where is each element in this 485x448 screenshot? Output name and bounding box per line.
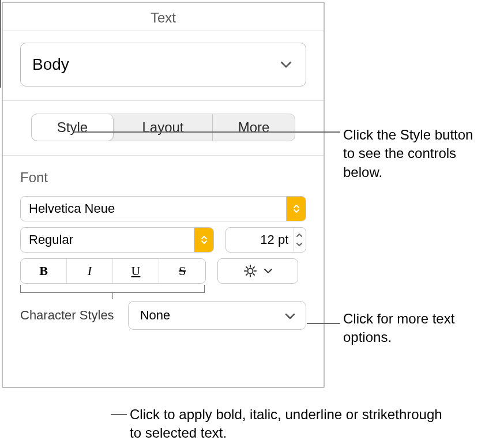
advanced-options-button[interactable] <box>217 258 298 284</box>
font-size-input[interactable] <box>226 232 293 247</box>
gear-icon <box>243 263 258 278</box>
underline-button[interactable]: U <box>113 259 159 283</box>
callout-gear: Click for more text options. <box>343 310 476 347</box>
updown-icon <box>286 197 306 221</box>
paragraph-style-popup[interactable]: Body <box>20 43 306 86</box>
bius-bracket <box>20 285 205 293</box>
font-family-popup[interactable]: Helvetica Neue <box>20 196 306 221</box>
font-family-label: Helvetica Neue <box>21 201 286 216</box>
font-section: Font Helvetica Neue Regular <box>3 156 324 330</box>
callout-leader <box>0 0 1 20</box>
font-weight-label: Regular <box>21 232 194 247</box>
chevron-down-icon <box>285 308 295 323</box>
bold-button[interactable]: B <box>21 259 67 283</box>
font-size-step-up[interactable] <box>294 231 304 239</box>
callout-leader <box>307 323 340 324</box>
tab-style[interactable]: Style <box>32 114 114 141</box>
tabs-row: Style Layout More <box>3 101 324 156</box>
paragraph-style-label: Body <box>32 55 69 74</box>
font-weight-popup[interactable]: Regular <box>20 227 214 253</box>
callout-leader <box>74 131 340 133</box>
font-size-step-down[interactable] <box>294 240 304 249</box>
font-section-label: Font <box>20 170 306 186</box>
callout-bius: Click to apply bold, italic, underline o… <box>130 405 453 443</box>
callout-leader <box>111 414 127 415</box>
strikethrough-button[interactable]: S <box>159 259 205 283</box>
callout-leader <box>0 20 1 88</box>
text-inspector-panel: Text Body Style Layout More Font Helveti… <box>2 2 325 388</box>
paragraph-style-row: Body <box>3 31 324 101</box>
italic-button[interactable]: I <box>67 259 113 283</box>
tab-layout[interactable]: Layout <box>114 114 213 141</box>
character-style-popup[interactable]: None <box>128 301 306 330</box>
chevron-down-icon <box>264 268 273 274</box>
character-styles-row: Character Styles None <box>20 301 306 330</box>
updown-icon <box>194 228 213 252</box>
callout-style-tab: Click the Style button to see the contro… <box>343 126 479 182</box>
bius-segmented: B I U S <box>20 258 206 284</box>
tab-more[interactable]: More <box>213 114 295 141</box>
character-style-value: None <box>140 308 171 323</box>
panel-title: Text <box>3 3 324 31</box>
style-layout-more-segmented: Style Layout More <box>31 114 295 141</box>
chevron-down-icon <box>280 61 292 68</box>
svg-point-0 <box>248 269 253 274</box>
font-size-field[interactable] <box>225 227 306 253</box>
character-styles-label: Character Styles <box>20 308 114 323</box>
font-size-stepper <box>293 228 306 252</box>
